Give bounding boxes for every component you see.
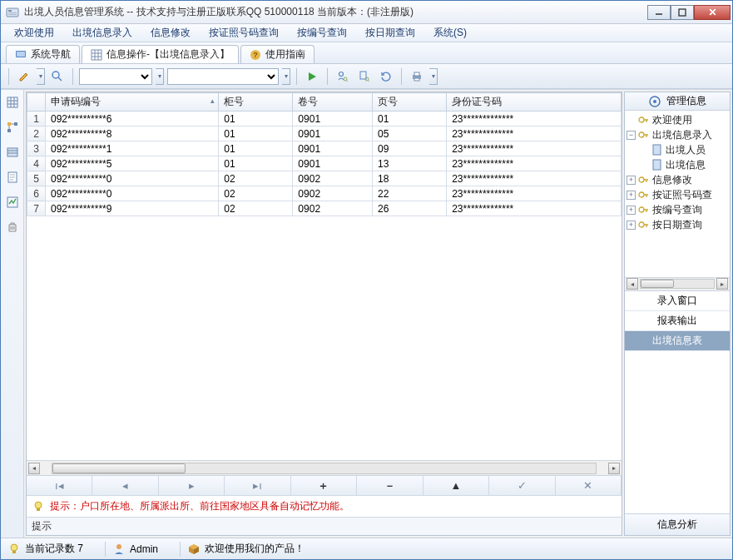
search-doc-button[interactable] (355, 67, 374, 86)
table-row[interactable]: 1092**********60109010123************* (27, 112, 622, 126)
menu-query-date[interactable]: 按日期查询 (357, 24, 423, 42)
col-page[interactable]: 页号 (373, 93, 447, 112)
run-button[interactable] (303, 67, 321, 86)
table-row[interactable]: 6092**********00209022223************* (27, 186, 622, 201)
row-number[interactable]: 7 (27, 201, 46, 216)
cell[interactable]: 092**********0 (46, 186, 219, 201)
strip-doc-button[interactable] (3, 168, 22, 186)
menu-query-cert[interactable]: 按证照号码查询 (201, 24, 287, 42)
cell[interactable]: 01 (373, 112, 447, 126)
col-id-number[interactable]: 身份证号码 (447, 93, 622, 112)
cell[interactable]: 092**********8 (46, 126, 219, 141)
tree-node-welcome[interactable]: 欢迎使用 (627, 112, 730, 127)
cell[interactable]: 0901 (293, 141, 373, 156)
tree-node-query-date[interactable]: + 按日期查询 (627, 217, 730, 232)
list-item-exit-table[interactable]: 出境信息表 (625, 331, 730, 351)
cell[interactable]: 01 (219, 126, 293, 141)
edit-dropdown-arrow[interactable]: ▾ (37, 68, 45, 85)
row-number[interactable]: 3 (27, 141, 46, 156)
tab-system-nav[interactable]: 系统导航 (6, 45, 80, 63)
strip-grid-button[interactable] (3, 93, 22, 112)
cell[interactable]: 18 (373, 171, 447, 186)
cell[interactable]: 26 (373, 201, 447, 216)
cell[interactable]: 23************* (447, 201, 622, 216)
tree-node-entry-a[interactable]: 出境人员 (627, 142, 730, 157)
expand-toggle[interactable]: + (627, 221, 636, 230)
tree-node-entry-b[interactable]: 出境信息 (627, 157, 730, 172)
minimize-button[interactable] (647, 5, 671, 20)
menu-edit-info[interactable]: 信息修改 (142, 24, 199, 42)
collapse-toggle[interactable]: − (627, 131, 636, 140)
tab-user-guide[interactable]: ? 使用指南 (240, 45, 314, 63)
cell[interactable]: 13 (373, 156, 447, 171)
search-user-button[interactable] (334, 67, 352, 86)
cell[interactable]: 092**********0 (46, 171, 219, 186)
scroll-track[interactable] (640, 279, 715, 289)
menu-welcome[interactable]: 欢迎使用 (6, 24, 62, 42)
scroll-thumb[interactable] (52, 463, 186, 473)
menu-query-code[interactable]: 按编号查询 (289, 24, 355, 42)
scroll-left-button[interactable]: ◂ (627, 278, 638, 290)
close-button[interactable] (694, 5, 731, 20)
table-row[interactable]: 4092**********50109011323************* (27, 156, 622, 171)
cell[interactable]: 05 (373, 126, 447, 141)
expand-toggle[interactable]: + (627, 206, 636, 215)
cell[interactable]: 092**********6 (46, 112, 219, 126)
nav-next[interactable]: ▸ (159, 476, 225, 495)
col-volume[interactable]: 卷号 (293, 93, 373, 112)
nav-delete[interactable]: － (357, 476, 423, 495)
cell[interactable]: 092**********5 (46, 156, 219, 171)
grid-horizontal-scrollbar[interactable]: ◂ ▸ (27, 460, 622, 475)
cell[interactable]: 01 (219, 112, 293, 126)
cell[interactable]: 23************* (447, 141, 622, 156)
row-number[interactable]: 4 (27, 156, 46, 171)
tree-node-query-cert[interactable]: + 按证照号码查 (627, 187, 730, 202)
cell[interactable]: 0901 (293, 112, 373, 126)
filter-select-2[interactable] (167, 68, 279, 85)
strip-delete-button[interactable] (3, 218, 22, 236)
row-number[interactable]: 1 (27, 112, 46, 126)
tree-node-entry-input[interactable]: − 出境信息录入 (627, 127, 730, 142)
cell[interactable]: 02 (219, 201, 293, 216)
cell[interactable]: 092**********9 (46, 201, 219, 216)
col-cabinet[interactable]: 柜号 (219, 93, 293, 112)
print-button[interactable] (408, 67, 426, 86)
cell[interactable]: 0901 (293, 126, 373, 141)
edit-button[interactable] (15, 67, 33, 86)
cell[interactable]: 22 (373, 186, 447, 201)
nav-post[interactable]: ✓ (489, 476, 555, 495)
cell[interactable]: 23************* (447, 186, 622, 201)
cell[interactable]: 0901 (293, 156, 373, 171)
table-row[interactable]: 5092**********00209021823************* (27, 171, 622, 186)
cell[interactable]: 23************* (447, 171, 622, 186)
strip-table-button[interactable] (3, 143, 22, 161)
tree-node-edit[interactable]: + 信息修改 (627, 172, 730, 187)
menu-system[interactable]: 系统(S) (425, 24, 475, 42)
nav-add[interactable]: ＋ (291, 476, 357, 495)
menu-entry-input[interactable]: 出境信息录入 (64, 24, 141, 42)
cell[interactable]: 0902 (293, 186, 373, 201)
cell[interactable]: 02 (219, 171, 293, 186)
cell[interactable]: 02 (219, 186, 293, 201)
scroll-left-button[interactable]: ◂ (28, 463, 40, 474)
cell[interactable]: 23************* (447, 126, 622, 141)
filter-select-1[interactable] (79, 68, 152, 85)
scroll-right-button[interactable]: ▸ (608, 463, 620, 474)
zoom-button[interactable] (48, 67, 67, 86)
table-row[interactable]: 7092**********90209022623************* (27, 201, 622, 216)
tree-horizontal-scrollbar[interactable]: ◂ ▸ (625, 277, 730, 290)
cell[interactable]: 092**********1 (46, 141, 219, 156)
expand-toggle[interactable]: + (627, 191, 636, 200)
cell[interactable]: 01 (219, 156, 293, 171)
scroll-right-button[interactable]: ▸ (716, 278, 728, 290)
strip-tree-button[interactable] (3, 118, 22, 136)
print-dropdown-arrow[interactable]: ▾ (429, 68, 438, 85)
col-app-code[interactable]: 申请码编号▴ (46, 93, 219, 112)
cell[interactable]: 0902 (293, 171, 373, 186)
scroll-thumb[interactable] (641, 280, 674, 288)
nav-prev[interactable]: ◂ (92, 476, 158, 495)
filter2-dropdown-arrow[interactable]: ▾ (282, 68, 290, 85)
cell[interactable]: 23************* (447, 156, 622, 171)
nav-edit[interactable]: ▲ (423, 476, 489, 495)
list-item-report-output[interactable]: 报表输出 (625, 311, 730, 331)
